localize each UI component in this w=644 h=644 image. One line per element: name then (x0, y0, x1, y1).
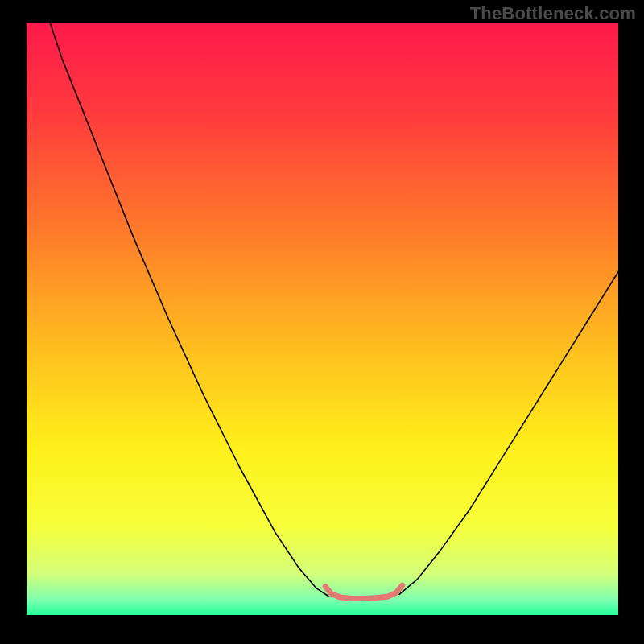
series-curve-right (399, 272, 618, 595)
watermark-text: TheBottleneck.com (470, 3, 636, 24)
series-bottom-band (325, 585, 402, 598)
plot-area (27, 23, 618, 615)
series-curve-left (50, 23, 328, 596)
chart-frame: TheBottleneck.com (0, 0, 644, 644)
curves-layer (27, 23, 618, 615)
